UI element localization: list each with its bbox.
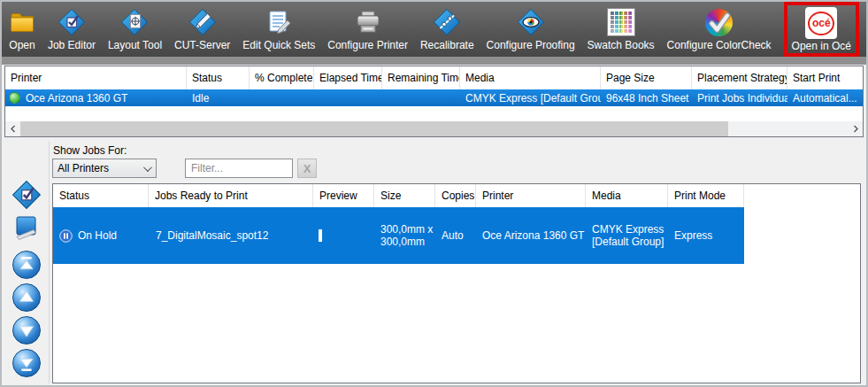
filter-input[interactable] [185, 159, 293, 178]
column-header-media[interactable]: Media [586, 184, 668, 207]
edit-quick-sets-button[interactable]: Edit Quick Sets [242, 2, 315, 57]
show-jobs-select[interactable]: All Printers [52, 159, 157, 178]
move-job-to-top-button[interactable] [12, 251, 41, 279]
clear-filter-button[interactable]: X [297, 159, 317, 178]
printer-start-print: Automatical... [787, 92, 863, 104]
swatch-books-button[interactable]: Swatch Books [588, 2, 655, 57]
toolbar-button-label: Recalibrate [420, 39, 474, 51]
jobs-ready-to-print-panel: Status Jobs Ready to Print Preview Size … [52, 183, 861, 383]
job-actions-sidebar [4, 141, 50, 383]
edit-job-sidebar-button[interactable] [13, 213, 40, 240]
jobs-table-header: Status Jobs Ready to Print Preview Size … [53, 184, 860, 207]
toolbar-button-label: Edit Quick Sets [242, 39, 315, 51]
jobs-header-filler [744, 184, 860, 207]
printer-status-green-light [9, 92, 20, 104]
printer-table-empty-area [5, 106, 863, 121]
printer-page-size: 96x48 Inch Sheet [601, 92, 692, 104]
arrow-down-icon [13, 316, 40, 344]
arrow-up-icon [13, 283, 40, 312]
column-header-status[interactable]: Status [53, 184, 149, 207]
toolbar-button-label: Open [9, 39, 35, 51]
show-jobs-for-label: Show Jobs For: [53, 144, 127, 157]
job-editor-button[interactable]: Job Editor [48, 2, 96, 57]
toolbar-button-label: Layout Tool [108, 39, 162, 51]
configure-printer-button[interactable]: Configure Printer [327, 2, 408, 57]
scroll-left-arrow-icon[interactable] [5, 121, 20, 136]
column-header-copies[interactable]: Copies [435, 184, 476, 207]
chevron-down-icon [143, 163, 152, 172]
toolbar-button-label: Swatch Books [588, 39, 655, 51]
column-header-elapsed-time[interactable]: Elapsed Time [314, 66, 382, 89]
printer-media: CMYK Express [Default Group] [460, 92, 601, 104]
column-header-preview[interactable]: Preview [313, 184, 374, 207]
column-header-percent-complete[interactable]: % Complete [250, 66, 314, 89]
open-in-oce-button[interactable]: océ Open in Océ [784, 2, 859, 57]
column-header-size[interactable]: Size [374, 184, 435, 207]
show-jobs-selected-value: All Printers [58, 162, 109, 174]
column-header-start-print[interactable]: Start Print [787, 66, 863, 89]
job-size-line2: 300,0mm [380, 236, 435, 248]
column-header-jobs-ready[interactable]: Jobs Ready to Print [149, 184, 313, 207]
printer-name: Oce Arizona 1360 GT [26, 92, 127, 104]
move-job-to-bottom-button[interactable] [12, 349, 41, 377]
toolbar-button-label: Open in Océ [792, 40, 851, 52]
color-swatch-grid-icon [608, 6, 634, 38]
job-media-line1: CMYK Express [592, 223, 668, 236]
scrollbar-thumb[interactable] [20, 121, 728, 136]
column-header-print-mode[interactable]: Print Mode [668, 184, 744, 207]
job-size-line1: 300,0mm x [380, 223, 435, 236]
column-header-media[interactable]: Media [460, 66, 601, 89]
eye-icon [517, 6, 545, 38]
printer-row-selected[interactable]: Oce Arizona 1360 GT Idle CMYK Express [D… [5, 89, 863, 106]
notepad-pencil-icon [13, 213, 40, 240]
open-button[interactable]: Open [9, 2, 35, 57]
on-hold-pause-icon [59, 229, 73, 243]
job-name: 7_DigitalMosaic_spot12 [149, 229, 313, 242]
configure-colorcheck-button[interactable]: Configure ColorCheck [667, 2, 772, 57]
cut-server-button[interactable]: CUT-Server [174, 2, 230, 57]
color-wheel-check-icon [705, 6, 733, 38]
recalibrate-button[interactable]: Recalibrate [420, 2, 474, 57]
toolbar-divider [2, 57, 866, 65]
cut-server-icon [188, 6, 217, 38]
printer-queue-panel: Printer Status % Complete Elapsed Time R… [4, 66, 864, 137]
job-printer: Oce Arizona 1360 GT [476, 229, 586, 242]
arrow-down-bar-icon [13, 349, 40, 377]
column-header-page-size[interactable]: Page Size [601, 66, 692, 89]
printer-status: Idle [187, 92, 250, 104]
main-toolbar: Open Job Editor Layout To [2, 2, 866, 57]
scrollbar-track[interactable] [728, 121, 848, 136]
column-header-printer[interactable]: Printer [476, 184, 586, 207]
column-header-printer[interactable]: Printer [5, 66, 187, 89]
open-folder-icon [9, 6, 35, 38]
toolbar-button-label: Job Editor [48, 39, 96, 51]
job-editor-icon [58, 6, 86, 38]
job-status: On Hold [78, 229, 117, 242]
jobs-table-empty-area [53, 264, 860, 383]
layout-tool-icon [120, 6, 149, 38]
job-editor-diamond-icon [12, 180, 42, 210]
column-header-status[interactable]: Status [187, 66, 250, 89]
rip-queue-window: Open Job Editor Layout To [0, 0, 868, 387]
configure-proofing-button[interactable]: Configure Proofing [487, 2, 575, 57]
toolbar-button-label: CUT-Server [174, 39, 230, 51]
scroll-right-arrow-icon[interactable] [848, 121, 863, 136]
job-editor-sidebar-button[interactable] [12, 180, 42, 210]
printer-icon [354, 6, 382, 38]
toolbar-button-label: Configure Proofing [487, 39, 575, 51]
printer-table-header: Printer Status % Complete Elapsed Time R… [5, 66, 863, 89]
notepad-pencil-icon [265, 6, 293, 38]
column-header-placement-strategy[interactable]: Placement Strategy [692, 66, 787, 89]
job-row-selected[interactable]: On Hold 7_DigitalMosaic_spot12 300,0mm x… [53, 207, 744, 264]
printer-placement-strategy: Print Jobs Individually [692, 92, 787, 104]
job-copies: Auto [435, 229, 476, 242]
job-preview-thumbnail [319, 229, 322, 242]
column-header-remaining-time[interactable]: Remaining Time [382, 66, 460, 89]
printer-table-hscrollbar[interactable] [5, 121, 863, 136]
move-job-down-button[interactable] [12, 316, 41, 344]
job-print-mode: Express [668, 229, 744, 242]
arrow-up-bar-icon [13, 251, 40, 279]
recalibrate-icon [433, 6, 461, 38]
move-job-up-button[interactable] [12, 283, 41, 312]
layout-tool-button[interactable]: Layout Tool [108, 2, 162, 57]
